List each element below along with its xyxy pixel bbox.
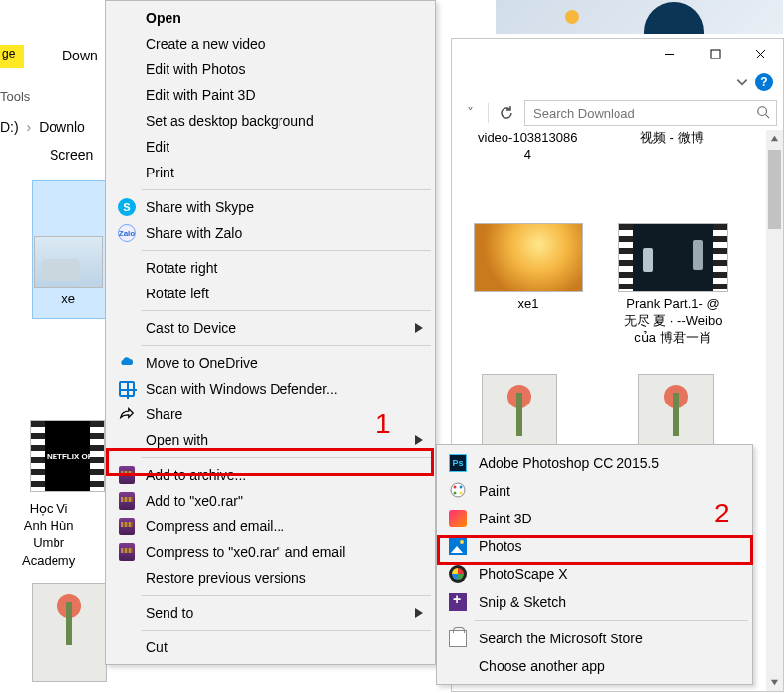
help-button[interactable]: ?: [755, 73, 773, 91]
breadcrumb-drive[interactable]: D:): [0, 119, 19, 135]
bg-thumb-flower[interactable]: [32, 583, 107, 682]
thumb-xe1: [474, 223, 583, 292]
menu-item[interactable]: Rotate right: [108, 255, 433, 281]
ribbon-chevron-icon[interactable]: [735, 75, 749, 89]
menu-item[interactable]: Open: [108, 5, 433, 31]
openwith-item[interactable]: Paint 3D: [439, 505, 750, 532]
vertical-scrollbar[interactable]: [766, 130, 783, 691]
address-bar: ˅: [452, 96, 783, 130]
svg-marker-10: [415, 608, 423, 618]
menu-item-label: Rotate right: [146, 260, 217, 276]
menu-separator: [142, 595, 431, 596]
menu-item[interactable]: Rotate left: [108, 281, 433, 306]
menu-item-label: Open: [146, 10, 181, 26]
menu-item[interactable]: Edit with Photos: [108, 57, 433, 82]
maximize-button[interactable]: [692, 39, 737, 68]
ribbon-tab-partial: ge: [0, 45, 24, 68]
netflix-badge: A NETFLIX ORI: [39, 452, 95, 461]
menu-separator: [142, 630, 431, 631]
file-label: 4: [524, 147, 531, 164]
menu-item-label: Share: [146, 406, 182, 422]
minimize-button[interactable]: [646, 39, 692, 68]
menu-item[interactable]: Restore previous versions: [108, 565, 433, 591]
breadcrumb[interactable]: D:) › Downlo: [0, 119, 85, 135]
menu-item[interactable]: Open with: [108, 427, 433, 453]
menu-item[interactable]: ZaloShare with Zalo: [108, 220, 433, 246]
menu-item[interactable]: Add to "xe0.rar": [108, 488, 433, 514]
winrar-icon: [119, 466, 135, 484]
menu-item[interactable]: Print: [108, 160, 433, 185]
svg-marker-9: [415, 435, 423, 445]
share-icon: [119, 406, 135, 423]
context-menu: OpenCreate a new videoEdit with PhotosEd…: [105, 0, 436, 665]
menu-item-label: Choose another app: [479, 658, 605, 674]
bg-thumb-netflix[interactable]: A NETFLIX ORI: [30, 420, 105, 492]
menu-item-label: Edit with Photos: [146, 61, 245, 77]
breadcrumb-folder[interactable]: Downlo: [39, 119, 85, 135]
openwith-item[interactable]: PhotoScape X: [439, 560, 750, 588]
zalo-icon: Zalo: [118, 224, 136, 242]
menu-item-label: Photos: [479, 538, 522, 554]
file-item[interactable]: 视频 - 微博: [640, 130, 704, 147]
file-item-xe1[interactable]: xe1: [474, 223, 583, 313]
menu-item[interactable]: Cast to Device: [108, 315, 433, 341]
scroll-thumb[interactable]: [768, 150, 781, 229]
file-item-prank[interactable]: Prank Part.1- @ 无尽 夏 · --Weibo của 博君一肖: [618, 223, 728, 347]
defender-icon: [119, 381, 135, 397]
submenu-arrow-icon: [415, 605, 423, 621]
menu-item[interactable]: Compress to "xe0.rar" and email: [108, 539, 433, 565]
menu-item[interactable]: Share: [108, 402, 433, 427]
menu-item[interactable]: Set as desktop background: [108, 108, 433, 134]
search-input[interactable]: [531, 105, 756, 122]
background-decor: [496, 0, 783, 34]
svg-point-11: [451, 483, 465, 497]
file-item[interactable]: video-103813086 4: [478, 130, 577, 164]
menu-item-label: Print: [146, 165, 174, 180]
search-icon[interactable]: [756, 105, 770, 122]
menu-separator: [142, 189, 431, 190]
store-icon: [449, 630, 467, 647]
addr-chevron[interactable]: ˅: [458, 101, 482, 125]
openwith-item[interactable]: Paint: [439, 477, 750, 505]
menu-item[interactable]: Add to archive...: [108, 462, 433, 488]
bg-caption-screen: Screen: [50, 147, 93, 163]
photos-icon: [449, 537, 467, 555]
menu-item-label: Open with: [146, 432, 208, 448]
search-box[interactable]: [524, 100, 777, 126]
openwith-item[interactable]: PsAdobe Photoshop CC 2015.5: [439, 449, 750, 477]
titlebar: [452, 39, 783, 68]
menu-item-label: Scan with Windows Defender...: [146, 381, 338, 397]
file-label: 视频 - 微博: [640, 130, 704, 147]
menu-separator: [142, 345, 431, 346]
photoshop-icon: Ps: [449, 454, 467, 472]
bg-thumb-label: xe: [61, 291, 75, 306]
menu-item[interactable]: Scan with Windows Defender...: [108, 376, 433, 402]
svg-point-4: [758, 106, 767, 115]
menu-item[interactable]: SShare with Skype: [108, 194, 433, 220]
submenu-arrow-icon: [415, 320, 423, 336]
menu-item[interactable]: Edit: [108, 134, 433, 160]
openwith-item[interactable]: Photos: [439, 532, 750, 560]
openwith-item[interactable]: Search the Microsoft Store: [439, 625, 750, 652]
menu-item-label: Compress to "xe0.rar" and email: [146, 544, 345, 560]
menu-item[interactable]: Send to: [108, 600, 433, 626]
scroll-up-button[interactable]: [766, 130, 783, 147]
paint-icon: [449, 481, 467, 502]
refresh-button[interactable]: [495, 101, 518, 125]
menu-item-label: Search the Microsoft Store: [479, 631, 643, 646]
bg-thumb-selected[interactable]: xe: [34, 236, 103, 306]
openwith-item[interactable]: Choose another app: [439, 652, 750, 680]
menu-item-label: Adobe Photoshop CC 2015.5: [479, 455, 659, 471]
file-label: 无尽 夏 · --Weibo: [624, 313, 723, 330]
menu-item[interactable]: Compress and email...: [108, 514, 433, 539]
openwith-item[interactable]: Snip & Sketch: [439, 588, 750, 616]
close-button[interactable]: [737, 39, 783, 68]
bg-caption-stack: Học Vi Anh Hùn Umbr Academy: [22, 500, 75, 569]
menu-item[interactable]: Move to OneDrive: [108, 350, 433, 376]
svg-line-5: [766, 114, 770, 118]
menu-item[interactable]: Edit with Paint 3D: [108, 82, 433, 108]
scroll-down-button[interactable]: [766, 674, 783, 691]
menu-item[interactable]: Create a new video: [108, 31, 433, 57]
menu-item[interactable]: Cut: [108, 635, 433, 660]
menu-item-label: Paint 3D: [479, 511, 532, 526]
